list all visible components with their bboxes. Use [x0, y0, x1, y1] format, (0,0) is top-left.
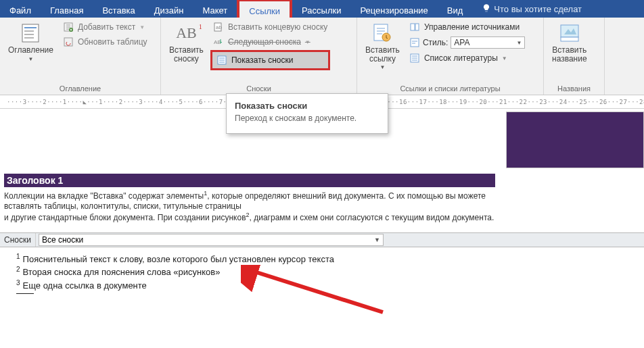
- body-paragraph: Коллекции на вкладке "Вставка" содержат …: [4, 190, 495, 212]
- endnote-icon: ab: [213, 22, 224, 32]
- add-text-label: Добавить текст: [78, 22, 135, 32]
- insert-caption-button[interactable]: Вставить название: [549, 20, 590, 64]
- svg-rect-15: [415, 24, 419, 30]
- svg-text:ab: ab: [216, 24, 222, 30]
- chevron-down-icon: ▼: [516, 40, 522, 46]
- insert-endnote-label: Вставить концевую сноску: [228, 22, 327, 32]
- chevron-down-icon: ▼: [374, 237, 380, 243]
- toc-icon: [19, 22, 42, 45]
- citation-style-value: APA: [454, 38, 469, 47]
- bibliography-icon: [409, 53, 420, 64]
- manage-sources-label: Управление источниками: [424, 22, 520, 32]
- manage-sources-icon: [409, 22, 420, 32]
- tab-design[interactable]: Дизайн: [145, 0, 193, 18]
- insert-endnote-button[interactable]: ab Вставить концевую сноску: [210, 20, 330, 34]
- insert-citation-label: Вставить ссылку: [365, 46, 400, 63]
- next-footnote-button[interactable]: AB Следующая сноска ▼: [210, 35, 330, 49]
- svg-rect-19: [561, 37, 578, 41]
- update-table-label: Обновить таблицу: [78, 37, 147, 47]
- svg-rect-4: [24, 37, 34, 39]
- toc-label: Оглавление: [8, 46, 53, 55]
- svg-rect-14: [411, 24, 415, 30]
- svg-rect-0: [22, 24, 39, 42]
- tab-layout[interactable]: Макет: [193, 0, 237, 18]
- add-text-icon: [63, 22, 74, 32]
- insert-caption-label: Вставить название: [552, 46, 587, 63]
- add-text-button[interactable]: Добавить текст ▼: [60, 20, 150, 34]
- style-icon: [409, 37, 420, 48]
- citation-style-select[interactable]: APA ▼: [451, 36, 525, 49]
- toc-button[interactable]: Оглавление ▼: [5, 20, 56, 64]
- tab-view[interactable]: Вид: [438, 0, 473, 18]
- group-footnotes: AB1 Вставить сноску ab Вставить концевую…: [161, 18, 357, 95]
- insert-footnote-label: Вставить сноску: [169, 46, 204, 63]
- group-captions-title: Названия: [549, 83, 599, 95]
- tell-me-text: Что вы хотите сделат: [494, 4, 582, 14]
- tab-insert[interactable]: Вставка: [93, 0, 144, 18]
- svg-rect-1: [24, 27, 37, 28]
- show-footnotes-button[interactable]: Показать сноски: [210, 50, 330, 70]
- footnote-filter-select[interactable]: Все сноски ▼: [39, 234, 384, 246]
- chevron-down-icon: ▼: [502, 55, 507, 61]
- page-decoration: [506, 111, 644, 168]
- group-citations-title: Ссылки и списки литературы: [363, 83, 538, 95]
- chevron-down-icon: ▼: [305, 39, 310, 45]
- svg-text:AB: AB: [214, 39, 221, 45]
- svg-rect-16: [411, 39, 419, 47]
- citation-icon: [371, 22, 394, 45]
- tab-mailings[interactable]: Рассылки: [292, 0, 350, 18]
- citation-style-row: Стиль: APA ▼: [407, 35, 528, 50]
- footnote-item[interactable]: 1Пояснительный текст к слову, возле кото…: [16, 253, 637, 264]
- footnote-pane-bar: Сноски Все сноски ▼: [0, 232, 644, 247]
- tooltip-title: Показать сноски: [235, 101, 380, 111]
- footnote-item[interactable]: 2Вторая сноска для пояснения слова «рису…: [16, 266, 637, 277]
- footnote-filter-value: Все сноски: [42, 235, 83, 245]
- tab-file[interactable]: Файл: [0, 0, 41, 18]
- footnote-separator: [16, 293, 34, 294]
- group-citations: Вставить ссылку ▼ Управление источниками…: [357, 18, 544, 95]
- chevron-down-icon: ▼: [380, 64, 385, 70]
- tooltip-show-footnotes: Показать сноски Переход к сноскам в доку…: [226, 93, 388, 134]
- tooltip-body: Переход к сноскам в документе.: [235, 114, 380, 124]
- tell-me[interactable]: Что вы хотите сделат: [472, 0, 582, 18]
- footnote-pane[interactable]: 1Пояснительный текст к слову, возле кото…: [0, 247, 644, 321]
- bibliography-label: Список литературы: [424, 53, 498, 63]
- update-table-button[interactable]: Обновить таблицу: [60, 35, 150, 49]
- chevron-down-icon: ▼: [28, 56, 33, 62]
- caption-icon: [558, 22, 581, 45]
- svg-rect-7: [64, 38, 72, 46]
- group-toc: Оглавление ▼ Добавить текст ▼ Обновить т…: [0, 18, 161, 95]
- svg-rect-3: [24, 34, 34, 35]
- tab-references[interactable]: Ссылки: [237, 0, 292, 18]
- manage-sources-button[interactable]: Управление источниками: [407, 20, 528, 34]
- lightbulb-icon: [482, 3, 491, 15]
- show-footnotes-label: Показать сноски: [231, 55, 294, 65]
- group-captions: Вставить название Названия: [544, 18, 605, 95]
- svg-rect-2: [24, 30, 34, 32]
- ribbon: Оглавление ▼ Добавить текст ▼ Обновить т…: [0, 18, 644, 95]
- footnote-icon: AB1: [175, 22, 198, 45]
- show-footnotes-icon: [216, 55, 227, 66]
- menu-bar: Файл Главная Вставка Дизайн Макет Ссылки…: [0, 0, 644, 18]
- footnote-item[interactable]: 3Еще одна ссылка в документе: [16, 279, 637, 291]
- tab-review[interactable]: Рецензирование: [350, 0, 437, 18]
- chevron-down-icon: ▼: [139, 24, 145, 30]
- body-paragraph: и другие стандартные блоки документа. Пр…: [4, 212, 495, 223]
- group-toc-title: Оглавление: [5, 83, 155, 95]
- insert-footnote-button[interactable]: AB1 Вставить сноску: [166, 20, 206, 64]
- tab-home[interactable]: Главная: [41, 0, 93, 18]
- style-label: Стиль:: [423, 38, 448, 47]
- heading-1: Заголовок 1: [4, 174, 495, 187]
- bibliography-button[interactable]: Список литературы ▼: [407, 51, 528, 65]
- refresh-icon: [63, 36, 74, 47]
- footnote-pane-label: Сноски: [0, 233, 36, 247]
- next-footnote-icon: AB: [213, 36, 224, 47]
- next-footnote-label: Следующая сноска: [228, 37, 301, 47]
- insert-citation-button[interactable]: Вставить ссылку ▼: [363, 20, 402, 72]
